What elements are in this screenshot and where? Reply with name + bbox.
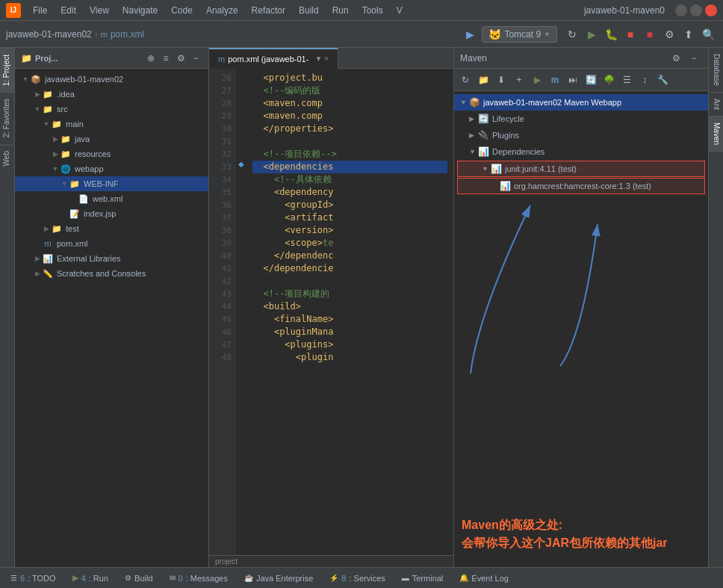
run-config-selector[interactable]: 🐱 Tomcat 9 ▼ (482, 26, 557, 43)
menu-v[interactable]: V (391, 4, 409, 17)
maven-run-button[interactable]: ▶ (529, 72, 545, 88)
breadcrumb-file[interactable]: pom.xml (111, 29, 144, 40)
maven-wrench-button[interactable]: 🔧 (654, 72, 671, 88)
maven-add-button[interactable]: 📁 (475, 72, 491, 88)
right-tab-ant[interactable]: Ant (709, 93, 723, 117)
window-controls (675, 4, 717, 16)
tree-pomxml[interactable]: m pom.xml (15, 236, 208, 251)
gutter-mark-44 (236, 297, 246, 310)
tree-resources[interactable]: ▶ 📁 resources (15, 146, 208, 161)
tree-indexjsp-label: index.jsp (84, 209, 116, 218)
bottom-tab-build[interactable]: ⚙ Build (117, 569, 160, 587)
tree-extlibs[interactable]: ▶ 📊 External Libraries (15, 251, 208, 266)
left-tab-project[interactable]: 1: Project (0, 48, 14, 92)
tree-scratches[interactable]: ▶ ✏️ Scratches and Consoles (15, 266, 208, 281)
run-plugin-button[interactable]: ▶ (461, 25, 479, 43)
maven-plugins[interactable]: ▶ 🔌 Plugins (454, 127, 708, 143)
gutter-mark-39 (236, 234, 246, 247)
pom-tab-icon: m (218, 55, 225, 64)
maven-skip-button[interactable]: ⏭ (565, 72, 581, 88)
tab-close-btn[interactable]: ▼ × (314, 55, 329, 63)
editor-tab-pom[interactable]: m pom.xml (javaweb-01- ▼ × (209, 48, 338, 69)
maven-m-button[interactable]: m (547, 72, 563, 88)
build-button2[interactable]: ⚙ (660, 25, 678, 43)
folder-java-icon: 📁 (60, 133, 72, 145)
gutter-mark-33[interactable]: ◆ (236, 158, 246, 170)
tree-idea[interactable]: ▶ 📁 .idea (15, 87, 208, 102)
red-stop[interactable]: ■ (641, 25, 659, 43)
update-button[interactable]: ⬆ (680, 25, 698, 43)
reload-button[interactable]: ↻ (563, 25, 581, 43)
menu-refactor[interactable]: Refactor (246, 4, 291, 17)
tree-main[interactable]: ▼ 📁 main (15, 117, 208, 131)
breadcrumb-project[interactable]: javaweb-01-maven02 (6, 29, 92, 40)
bottom-tab-todo[interactable]: ☰ 6 : TODO (3, 569, 63, 587)
maven-deps-icon: 📊 (478, 146, 489, 157)
panel-gear-button[interactable]: ⚙ (174, 52, 187, 65)
bottom-tab-messages[interactable]: ✉ 0 : Messages (162, 569, 235, 587)
minimize-button[interactable] (675, 4, 687, 16)
bottom-tab-run[interactable]: ▶ 4 : Run (65, 569, 116, 587)
left-tab-favorites[interactable]: 2: Favorites (0, 92, 14, 143)
folder-resources-icon: 📁 (60, 148, 72, 160)
tree-java[interactable]: ▶ 📁 java (15, 131, 208, 146)
search-button[interactable]: 🔍 (699, 25, 717, 43)
maven-plus-button[interactable]: + (511, 72, 527, 88)
tree-root[interactable]: ▼ 📦 javaweb-01-maven02 (15, 72, 208, 87)
maven-junit[interactable]: ▼ 📊 junit:junit:4.11 (test) (457, 161, 705, 177)
maven-minimize-button[interactable]: − (686, 50, 702, 66)
panel-settings-button[interactable]: ≡ (159, 52, 173, 65)
maven-list-button[interactable]: ☰ (618, 72, 635, 88)
main-layout: 1: Project 2: Favorites Web 📁 Proj... ⊕ … (0, 48, 723, 567)
bottom-tab-eventlog[interactable]: 🔔 Event Log (452, 569, 516, 587)
left-tab-web[interactable]: Web (0, 144, 14, 172)
tree-indexjsp[interactable]: 📝 index.jsp (15, 206, 208, 221)
code-area[interactable]: <project.bu <!--编码的版 <maven.comp <maven.… (246, 69, 453, 555)
tree-webxml[interactable]: 📄 web.xml (15, 191, 208, 206)
debug-button[interactable]: 🐛 (602, 25, 620, 43)
menu-edit[interactable]: Edit (55, 4, 82, 17)
maven-cycle-button[interactable]: 🔄 (583, 72, 599, 88)
menu-run[interactable]: Run (326, 4, 355, 17)
maven-settings-button[interactable]: ⚙ (668, 50, 684, 66)
stop-button[interactable]: ■ (621, 25, 639, 43)
tree-src[interactable]: ▼ 📁 src (15, 102, 208, 117)
menu-analyze[interactable]: Analyze (200, 4, 244, 17)
code-line-45: <finalName> (252, 313, 447, 326)
tree-arrow-webinf: ▼ (60, 180, 69, 188)
menu-build[interactable]: Build (293, 4, 325, 17)
maven-sort-button[interactable]: ↕ (636, 72, 653, 88)
tree-test[interactable]: ▶ 📁 test (15, 221, 208, 236)
maven-lifecycle[interactable]: ▶ 🔄 Lifecycle (454, 111, 708, 127)
maven-download-button[interactable]: ⬇ (493, 72, 509, 88)
right-tab-database[interactable]: Database (709, 48, 723, 93)
maven-tree-button[interactable]: 🌳 (601, 72, 617, 88)
tree-webinf[interactable]: ▼ 📁 WEB-INF (15, 176, 208, 191)
tree-webapp[interactable]: ▼ 🌐 webapp (15, 161, 208, 176)
maximize-button[interactable] (690, 4, 702, 16)
tree-arrow-scratches: ▶ (33, 270, 42, 277)
menu-view[interactable]: View (84, 4, 115, 17)
maven-hamcrest[interactable]: 📊 org.hamcrest:hamcrest-core:1.3 (test) (457, 178, 705, 194)
gutter-mark-30 (236, 120, 246, 132)
bottom-tab-javaent[interactable]: ☕ Java Enterprise (237, 569, 320, 587)
panel-minimize-button[interactable]: − (189, 52, 202, 65)
maven-panel-title: Maven (460, 53, 487, 64)
menu-navigate[interactable]: Navigate (117, 4, 164, 17)
run-button[interactable]: ▶ (583, 25, 601, 43)
panel-add-button[interactable]: ⊕ (144, 52, 158, 65)
menu-file[interactable]: File (27, 4, 53, 17)
menu-code[interactable]: Code (165, 4, 199, 17)
bottom-tab-terminal[interactable]: ▬ Terminal (394, 569, 451, 587)
menu-tools[interactable]: Tools (356, 4, 389, 17)
right-tab-maven[interactable]: Maven (709, 117, 723, 152)
maven-dependencies[interactable]: ▼ 📊 Dependencies (454, 143, 708, 160)
close-button[interactable] (705, 4, 717, 16)
folder-test-icon: 📁 (51, 223, 63, 235)
bottom-tab-services[interactable]: ⚡ 8 : Services (322, 569, 392, 587)
run-num: 4 (81, 574, 86, 583)
editor-panel: m pom.xml (javaweb-01- ▼ × 2627282930 31… (209, 48, 454, 567)
maven-reload-button[interactable]: ↻ (457, 72, 474, 88)
services-num: 8 (341, 574, 346, 583)
maven-root[interactable]: ▼ 📦 javaweb-01-maven02 Maven Webapp (454, 94, 708, 111)
